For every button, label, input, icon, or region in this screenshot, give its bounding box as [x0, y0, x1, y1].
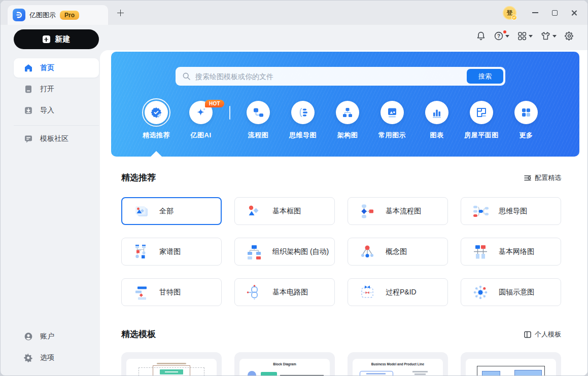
featured-section-title: 精选推荐 — [121, 172, 156, 183]
maximize-icon — [552, 10, 558, 16]
category-mindmap[interactable]: 思维导图 — [281, 98, 325, 140]
category-edraw-ai[interactable]: HOT 亿图AI — [179, 98, 223, 140]
minimize-icon — [532, 12, 538, 13]
account-icon — [24, 332, 33, 341]
pro-badge: Pro — [60, 11, 79, 20]
titlebar: 亿图图示 Pro 登 — [1, 1, 587, 25]
new-plus-icon — [43, 35, 50, 43]
settings-button[interactable] — [564, 31, 574, 41]
family-tree-icon — [132, 243, 150, 260]
sidebar-item-account[interactable]: 账户 — [14, 327, 99, 346]
category-more[interactable]: 更多 — [504, 98, 548, 140]
card-radial-diagram[interactable]: 圆辐示意图 — [461, 278, 561, 306]
card-org-chart-auto[interactable]: 组织架构图 (自动) — [234, 238, 335, 266]
community-icon — [24, 134, 33, 143]
category-featured[interactable]: 精选推荐 — [134, 98, 179, 140]
sidebar-item-home[interactable]: 首页 — [14, 58, 99, 78]
card-basic-flowchart[interactable]: 基本流程图 — [348, 197, 448, 225]
basic-block-icon — [246, 203, 263, 220]
category-floor-plan[interactable]: 房屋平面图 — [459, 98, 504, 140]
category-common-diagrams[interactable]: 常用图示 — [370, 98, 414, 140]
featured-badge-icon — [150, 106, 162, 119]
app-tab[interactable]: 亿图图示 Pro — [8, 5, 108, 25]
more-grid-icon — [520, 106, 532, 119]
chevron-down-icon — [529, 35, 533, 37]
sidebar-divider — [14, 125, 99, 126]
options-gear-icon — [24, 353, 33, 362]
template-thumb-3[interactable]: Business Model and Product Line — [348, 352, 448, 375]
app-logo-icon — [13, 9, 25, 21]
org-chart-auto-icon — [246, 243, 263, 260]
bar-chart-icon — [431, 106, 443, 119]
card-basic-block[interactable]: 基本框图 — [234, 197, 335, 225]
apps-grid-icon — [517, 31, 527, 41]
avatar-check-badge-icon — [511, 15, 517, 20]
category-divider — [223, 98, 236, 120]
basic-circuit-icon — [246, 284, 263, 301]
template-thumb-4[interactable] — [461, 352, 561, 375]
theme-button[interactable] — [540, 31, 557, 41]
main-panel: 搜索 精选推荐 HOT 亿图AI — [100, 50, 587, 375]
hero-banner: 搜索 精选推荐 HOT 亿图AI — [111, 52, 579, 157]
template-thumb-1[interactable] — [121, 352, 222, 375]
tab-title: 亿图图示 — [29, 11, 56, 20]
card-basic-network[interactable]: 基本网络图 — [461, 238, 561, 266]
help-button[interactable]: ? — [494, 31, 509, 41]
tshirt-icon — [540, 31, 551, 41]
hot-badge: HOT — [205, 100, 224, 107]
card-basic-circuit[interactable]: 基本电路图 — [234, 278, 335, 306]
chevron-down-icon — [505, 35, 509, 37]
configure-featured-button[interactable]: 配置精选 — [524, 173, 561, 182]
card-concept-map[interactable]: 概念图 — [348, 238, 448, 266]
maximize-button[interactable] — [547, 5, 562, 20]
process-pid-icon — [359, 284, 376, 301]
avatar[interactable]: 登 — [503, 6, 516, 20]
category-charts[interactable]: 图表 — [414, 98, 459, 140]
template-thumbnails: Block Diagram Business Model and Product… — [121, 352, 561, 375]
floor-plan-icon — [475, 106, 488, 119]
personal-templates-button[interactable]: 个人模板 — [524, 330, 561, 339]
basic-network-icon — [472, 243, 489, 260]
help-icon: ? — [494, 31, 504, 41]
radial-diagram-icon — [472, 284, 489, 301]
template-thumb-2[interactable]: Block Diagram — [234, 352, 335, 375]
search-button[interactable]: 搜索 — [467, 69, 503, 84]
document-icon — [24, 85, 33, 94]
card-all[interactable]: 全部 — [121, 197, 222, 225]
sidebar-item-import[interactable]: 导入 — [14, 101, 99, 120]
configure-icon — [524, 174, 532, 182]
card-family-tree[interactable]: 家谱图 — [121, 238, 222, 266]
concept-map-icon — [359, 243, 376, 260]
mindmap-icon — [297, 106, 309, 119]
ai-sparkle-icon — [195, 106, 207, 119]
notifications-button[interactable] — [476, 31, 486, 41]
minimize-button[interactable] — [528, 5, 543, 20]
thumb1-title-smudge — [157, 363, 186, 364]
featured-cards-grid: 全部 基本框图 基本流程图 思维导图 — [121, 197, 561, 306]
thumb3-title: Business Model and Product Line — [353, 362, 443, 366]
sidebar-item-template-community[interactable]: 模板社区 — [14, 129, 99, 148]
card-mindmap[interactable]: 思维导图 — [461, 197, 561, 225]
card-process-pid[interactable]: 过程P&ID — [348, 278, 448, 306]
category-flowchart[interactable]: 流程图 — [236, 98, 281, 140]
notification-dot — [503, 30, 506, 33]
flowchart-icon — [252, 106, 264, 119]
mindmap-card-icon — [472, 203, 489, 220]
sidebar-item-open[interactable]: 打开 — [14, 80, 99, 99]
category-architecture[interactable]: 架构图 — [325, 98, 370, 140]
card-gantt[interactable]: 甘特图 — [121, 278, 222, 306]
close-button[interactable] — [566, 5, 581, 20]
home-icon — [24, 63, 33, 72]
svg-text:?: ? — [497, 33, 500, 39]
search-icon — [182, 72, 191, 81]
new-tab-button[interactable] — [114, 7, 126, 19]
org-tree-icon — [341, 106, 354, 119]
basic-flowchart-icon — [359, 203, 376, 220]
sidebar-item-options[interactable]: 选项 — [14, 348, 99, 367]
new-document-button[interactable]: 新建 — [14, 29, 99, 49]
bell-icon — [476, 31, 486, 41]
apps-button[interactable] — [517, 31, 533, 41]
gantt-icon — [132, 284, 150, 301]
banner-categories: 精选推荐 HOT 亿图AI 流程图 — [134, 98, 548, 140]
search-input[interactable] — [195, 72, 505, 81]
